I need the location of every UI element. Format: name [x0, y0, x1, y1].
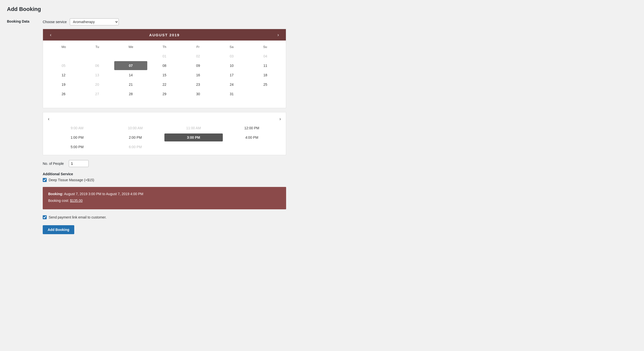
calendar-day: 02 — [182, 52, 214, 61]
calendar-day[interactable]: 18 — [249, 71, 282, 80]
calendar-day[interactable]: 31 — [215, 90, 248, 98]
calendar-day[interactable]: 16 — [182, 71, 214, 80]
booking-summary: Booking: August 7, 2019 3:00 PM to Augus… — [43, 187, 286, 209]
time-picker-header: ‹ › — [48, 116, 281, 122]
calendar-weekday: We — [114, 43, 148, 51]
booking-summary-cost: Booking cost: $135.00 — [48, 198, 281, 203]
calendar-weekday: Su — [248, 43, 282, 51]
calendar-header: ‹ AUGUST 2019 › — [43, 29, 286, 41]
deep-tissue-label: Deep Tissue Massage (+$15) — [49, 178, 94, 182]
calendar-day[interactable]: 19 — [47, 80, 80, 89]
additional-service-option: Deep Tissue Massage (+$15) — [43, 178, 316, 182]
no-of-people-row: No. of People — [43, 160, 316, 167]
calendar-day: 20 — [80, 80, 114, 89]
calendar-day: 05 — [47, 61, 80, 70]
choose-service-label: Choose service — [43, 20, 67, 24]
time-grid: 9:00 AM10:00 AM11:00 AM12:00 PM1:00 PM2:… — [48, 124, 281, 151]
calendar-day[interactable]: 08 — [148, 61, 181, 70]
calendar-day: 03 — [215, 52, 248, 61]
time-slot[interactable]: 1:00 PM — [48, 134, 106, 141]
calendar-day[interactable]: 28 — [114, 90, 147, 98]
calendar-next-button[interactable]: › — [276, 33, 281, 37]
booking-summary-date: Booking: August 7, 2019 3:00 PM to Augus… — [48, 191, 281, 197]
calendar-weekdays: MoTuWeThFrSaSu — [47, 43, 282, 51]
service-select[interactable]: AromatherapyDeep Tissue MassageHot Stone… — [70, 19, 119, 25]
calendar-days: 0102030405060708091011121314151617181920… — [47, 52, 282, 104]
time-picker: ‹ › 9:00 AM10:00 AM11:00 AM12:00 PM1:00 … — [43, 112, 286, 155]
booking-content: Choose service AromatherapyDeep Tissue M… — [43, 19, 316, 234]
time-slot: 9:00 AM — [48, 124, 106, 132]
deep-tissue-checkbox[interactable] — [43, 178, 47, 182]
calendar-day[interactable]: 15 — [148, 71, 181, 80]
page-title: Add Booking — [7, 6, 316, 13]
no-of-people-label: No. of People — [43, 162, 64, 166]
calendar-day[interactable]: 12 — [47, 71, 80, 80]
calendar-weekday: Fr — [181, 43, 215, 51]
calendar-day[interactable]: 26 — [47, 90, 80, 98]
calendar-grid: MoTuWeThFrSaSu 0102030405060708091011121… — [43, 41, 286, 108]
calendar-day[interactable]: 25 — [249, 80, 282, 89]
calendar: ‹ AUGUST 2019 › MoTuWeThFrSaSu 010203040… — [43, 29, 286, 108]
additional-service-section: Additional Service Deep Tissue Massage (… — [43, 172, 316, 182]
calendar-day[interactable]: 23 — [182, 80, 214, 89]
calendar-day[interactable]: 22 — [148, 80, 181, 89]
calendar-day[interactable]: 30 — [182, 90, 214, 98]
calendar-day: 13 — [80, 71, 114, 80]
time-slot: 10:00 AM — [106, 124, 165, 132]
time-slot[interactable]: 3:00 PM — [164, 134, 223, 141]
time-prev-button[interactable]: ‹ — [48, 116, 50, 122]
time-slot: 11:00 AM — [164, 124, 223, 132]
time-slot[interactable]: 12:00 PM — [223, 124, 281, 132]
calendar-day[interactable]: 17 — [215, 71, 248, 80]
time-next-button[interactable]: › — [280, 116, 281, 122]
calendar-day[interactable]: 09 — [182, 61, 214, 70]
booking-label: Booking: — [48, 192, 63, 196]
calendar-month-title: AUGUST 2019 — [149, 33, 180, 37]
calendar-day[interactable]: 07 — [114, 61, 147, 70]
booking-cost-label: Booking cost: — [48, 199, 69, 203]
time-slot[interactable]: 4:00 PM — [223, 134, 281, 141]
calendar-weekday: Mo — [47, 43, 80, 51]
calendar-weekday: Th — [148, 43, 181, 51]
send-payment-label: Send payment link email to customer. — [49, 215, 106, 219]
send-payment-row: Send payment link email to customer. — [43, 215, 316, 219]
booking-cost-value[interactable]: $135.00 — [70, 199, 83, 203]
calendar-day[interactable]: 14 — [114, 71, 147, 80]
send-payment-checkbox[interactable] — [43, 215, 47, 219]
calendar-day[interactable]: 21 — [114, 80, 147, 89]
choose-service-row: Choose service AromatherapyDeep Tissue M… — [43, 19, 316, 25]
calendar-day: 06 — [80, 61, 114, 70]
calendar-day: 01 — [148, 52, 181, 61]
calendar-weekday: Tu — [80, 43, 114, 51]
calendar-weekday: Sa — [215, 43, 248, 51]
calendar-day[interactable]: 11 — [249, 61, 282, 70]
additional-service-title: Additional Service — [43, 172, 316, 176]
calendar-day: 27 — [80, 90, 114, 98]
calendar-day[interactable]: 10 — [215, 61, 248, 70]
time-slot: 6:00 PM — [106, 143, 165, 151]
calendar-day: 04 — [249, 52, 282, 61]
time-slot[interactable]: 5:00 PM — [48, 143, 106, 151]
calendar-prev-button[interactable]: ‹ — [48, 33, 54, 37]
booking-date-text: August 7, 2019 3:00 PM to August 7, 2019… — [64, 192, 143, 196]
no-of-people-input[interactable] — [69, 160, 89, 167]
add-booking-button[interactable]: Add Booking — [43, 225, 74, 234]
calendar-day[interactable]: 29 — [148, 90, 181, 98]
time-slot[interactable]: 2:00 PM — [106, 134, 165, 141]
section-label: Booking Data — [7, 19, 37, 234]
calendar-day[interactable]: 24 — [215, 80, 248, 89]
